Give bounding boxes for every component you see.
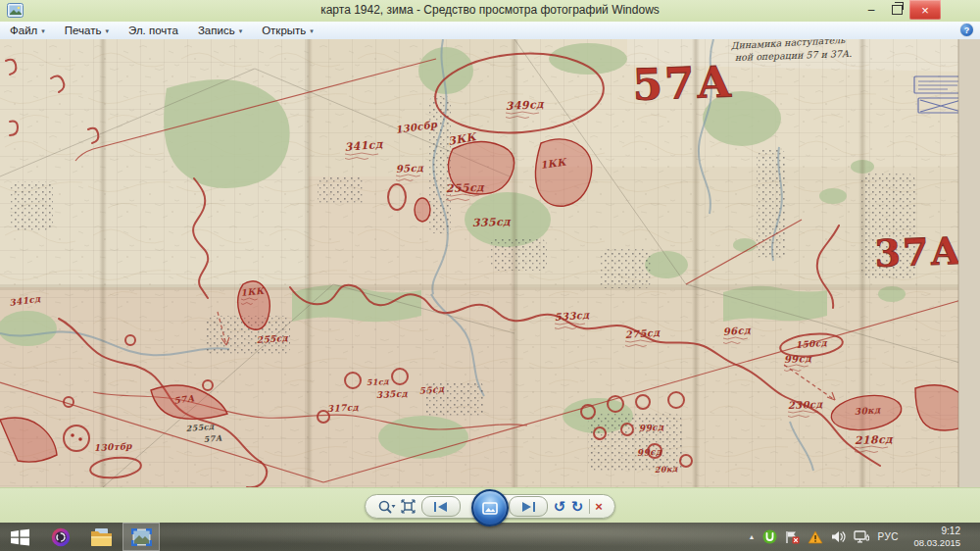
map-unit-label: 30кд (854, 405, 881, 417)
map-unit-label: 20кд (655, 464, 680, 475)
map-unit-label: 57А (203, 432, 222, 444)
map-unit-label: 51сд (367, 376, 391, 387)
menu-print-label: Печать (65, 25, 102, 36)
map-unit-label: 218сд (855, 433, 895, 447)
map-unit-label: 335сд (472, 216, 513, 229)
close-button[interactable]: × (909, 0, 941, 20)
next-button[interactable] (509, 496, 548, 517)
map-unit-label: 255сд (446, 181, 486, 195)
menu-print[interactable]: Печать ▾ (55, 22, 119, 39)
toolbar-divider (589, 499, 590, 514)
clock-time: 9:12 (906, 526, 960, 537)
actual-size-button[interactable] (401, 495, 416, 518)
map-unit-label: 130тбр (94, 441, 133, 453)
army-label-37a: 37А (874, 228, 963, 276)
show-hidden-icons-button[interactable]: ▲ (749, 533, 756, 540)
army-label-57a: 57А (632, 56, 735, 110)
map-unit-label: 99сд (637, 447, 663, 458)
chevron-down-icon: ▾ (239, 26, 243, 35)
chevron-down-icon: ▾ (105, 26, 109, 35)
zoom-button[interactable] (377, 495, 396, 518)
menu-burn-label: Запись (198, 25, 235, 36)
restore-icon (892, 5, 903, 15)
menu-file[interactable]: Файл ▾ (0, 22, 55, 39)
windows-logo-icon (10, 528, 30, 546)
menu-file-label: Файл (10, 25, 37, 36)
taskbar-explorer-icon[interactable] (82, 523, 120, 551)
chevron-down-icon: ▾ (310, 26, 314, 35)
map-unit-label: 230сд (788, 399, 824, 411)
clock-date: 08.03.2015 (906, 537, 960, 548)
map-unit-label: 96сд (722, 325, 752, 337)
maximize-button[interactable] (884, 0, 909, 20)
taskbar-browser-icon[interactable] (42, 523, 79, 551)
map-unit-label: 317сд (327, 402, 360, 414)
map-unit-label: 95сд (396, 162, 425, 175)
network-icon[interactable] (854, 530, 869, 543)
minimize-button[interactable]: – (858, 0, 884, 20)
help-icon[interactable]: ? (960, 24, 973, 36)
taskbar: ▲ (0, 523, 980, 551)
window-title: карта 1942, зима - Средство просмотра фо… (0, 3, 980, 17)
rotate-ccw-button[interactable]: ↺ (554, 495, 566, 518)
map-image: 130сбр341сд349сд3КК95сд255сд335сд1КК1КК2… (0, 39, 980, 487)
utorrent-tray-icon[interactable] (762, 529, 777, 544)
language-indicator[interactable]: РУС (877, 531, 899, 542)
map-unit-label: 335сд (376, 388, 409, 400)
map-unit-label: 99сд (784, 353, 813, 365)
delete-button[interactable]: × (595, 495, 603, 518)
rotate-cw-button[interactable]: ↻ (571, 495, 584, 518)
start-button[interactable] (0, 523, 39, 551)
chevron-down-icon: ▾ (41, 26, 45, 35)
slideshow-button[interactable] (471, 489, 509, 526)
picture-icon (482, 502, 498, 515)
system-tray: ▲ (749, 523, 960, 551)
action-center-flag-icon[interactable] (785, 530, 800, 544)
volume-icon[interactable] (831, 530, 846, 543)
clock[interactable]: 9:12 08.03.2015 (906, 526, 960, 548)
warning-tray-icon[interactable] (808, 530, 823, 544)
viewer-bottom-chrome: ↺ ↻ × (0, 487, 980, 524)
menu-burn[interactable]: Запись ▾ (188, 22, 252, 39)
titlebar: карта 1942, зима - Средство просмотра фо… (0, 0, 980, 23)
previous-button[interactable] (421, 496, 461, 517)
menu-open-label: Открыть (262, 25, 306, 36)
photo-viewport[interactable]: 130сбр341сд349сд3КК95сд255сд335сд1КК1КК2… (0, 39, 980, 487)
menu-email[interactable]: Эл. почта (119, 22, 188, 39)
map-unit-label: 349сд (505, 98, 545, 113)
menubar: Файл ▾ Печать ▾ Эл. почта Запись ▾ Откры… (0, 22, 980, 40)
menu-email-label: Эл. почта (128, 25, 178, 36)
taskbar-photo-viewer-icon[interactable] (122, 523, 160, 551)
menu-open[interactable]: Открыть ▾ (252, 22, 323, 39)
map-unit-label: 99сд (639, 423, 665, 433)
